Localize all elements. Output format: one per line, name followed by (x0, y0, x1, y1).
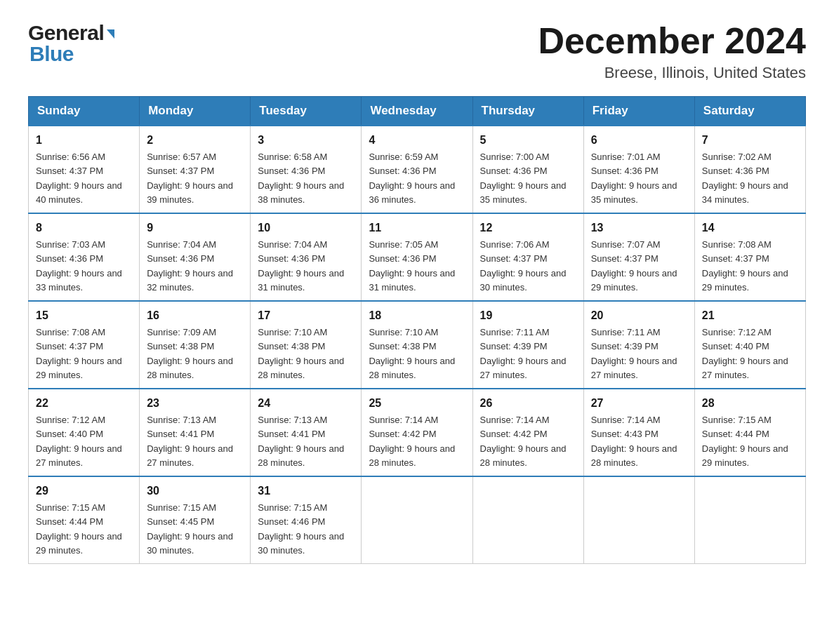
calendar-cell: 31 Sunrise: 7:15 AMSunset: 4:46 PMDaylig… (251, 476, 362, 564)
day-info: Sunrise: 7:14 AMSunset: 4:43 PMDaylight:… (591, 415, 677, 468)
calendar-row-4: 22 Sunrise: 7:12 AMSunset: 4:40 PMDaylig… (29, 389, 806, 476)
day-number: 16 (147, 307, 243, 324)
day-info: Sunrise: 7:11 AMSunset: 4:39 PMDaylight:… (591, 327, 677, 380)
day-number: 9 (147, 220, 243, 236)
day-info: Sunrise: 7:15 AMSunset: 4:45 PMDaylight:… (147, 502, 233, 556)
day-info: Sunrise: 7:10 AMSunset: 4:38 PMDaylight:… (258, 327, 344, 380)
day-info: Sunrise: 7:10 AMSunset: 4:38 PMDaylight:… (369, 327, 455, 380)
day-number: 5 (480, 132, 576, 149)
day-number: 3 (258, 132, 354, 149)
calendar-cell: 26 Sunrise: 7:14 AMSunset: 4:42 PMDaylig… (472, 389, 583, 476)
calendar-cell: 27 Sunrise: 7:14 AMSunset: 4:43 PMDaylig… (583, 389, 694, 476)
day-info: Sunrise: 7:00 AMSunset: 4:36 PMDaylight:… (480, 152, 567, 205)
calendar-cell: 23 Sunrise: 7:13 AMSunset: 4:41 PMDaylig… (140, 389, 251, 476)
day-number: 11 (369, 220, 465, 236)
day-number: 6 (591, 132, 687, 149)
day-number: 27 (591, 395, 687, 412)
calendar-cell: 18 Sunrise: 7:10 AMSunset: 4:38 PMDaylig… (362, 301, 472, 389)
day-number: 19 (480, 307, 576, 324)
calendar-row-5: 29 Sunrise: 7:15 AMSunset: 4:44 PMDaylig… (29, 476, 806, 564)
logo-blue-text: Blue (28, 42, 74, 66)
page-header: General Blue December 2024 Breese, Illin… (28, 21, 806, 82)
calendar-cell: 29 Sunrise: 7:15 AMSunset: 4:44 PMDaylig… (29, 476, 140, 564)
day-info: Sunrise: 7:12 AMSunset: 4:40 PMDaylight:… (36, 415, 122, 468)
weekday-header-wednesday: Wednesday (362, 97, 472, 126)
day-number: 17 (258, 307, 354, 324)
logo-chevron-icon (107, 29, 114, 39)
month-title: December 2024 (538, 21, 806, 61)
day-info: Sunrise: 7:06 AMSunset: 4:37 PMDaylight:… (480, 239, 567, 293)
day-number: 29 (36, 483, 132, 499)
day-number: 21 (702, 307, 798, 324)
calendar-cell: 1 Sunrise: 6:56 AMSunset: 4:37 PMDayligh… (29, 126, 140, 213)
weekday-header-tuesday: Tuesday (251, 97, 362, 126)
day-info: Sunrise: 7:09 AMSunset: 4:38 PMDaylight:… (147, 327, 233, 380)
calendar-cell: 11 Sunrise: 7:05 AMSunset: 4:36 PMDaylig… (362, 213, 472, 301)
calendar-cell: 25 Sunrise: 7:14 AMSunset: 4:42 PMDaylig… (362, 389, 472, 476)
day-info: Sunrise: 7:04 AMSunset: 4:36 PMDaylight:… (147, 239, 233, 293)
day-info: Sunrise: 7:02 AMSunset: 4:36 PMDaylight:… (702, 152, 788, 205)
calendar-cell (472, 476, 583, 564)
title-block: December 2024 Breese, Illinois, United S… (538, 21, 806, 82)
logo: General Blue (28, 21, 114, 66)
day-info: Sunrise: 7:03 AMSunset: 4:36 PMDaylight:… (36, 239, 122, 293)
calendar-cell (362, 476, 472, 564)
calendar-cell: 9 Sunrise: 7:04 AMSunset: 4:36 PMDayligh… (140, 213, 251, 301)
weekday-header-sunday: Sunday (29, 97, 140, 126)
calendar-cell: 8 Sunrise: 7:03 AMSunset: 4:36 PMDayligh… (29, 213, 140, 301)
day-info: Sunrise: 7:08 AMSunset: 4:37 PMDaylight:… (702, 239, 788, 293)
day-info: Sunrise: 6:56 AMSunset: 4:37 PMDaylight:… (36, 152, 122, 205)
day-number: 24 (258, 395, 354, 412)
day-number: 28 (702, 395, 798, 412)
calendar-row-3: 15 Sunrise: 7:08 AMSunset: 4:37 PMDaylig… (29, 301, 806, 389)
calendar-cell: 24 Sunrise: 7:13 AMSunset: 4:41 PMDaylig… (251, 389, 362, 476)
day-number: 20 (591, 307, 687, 324)
calendar-cell: 28 Sunrise: 7:15 AMSunset: 4:44 PMDaylig… (694, 389, 805, 476)
calendar-cell (583, 476, 694, 564)
calendar-cell: 4 Sunrise: 6:59 AMSunset: 4:36 PMDayligh… (362, 126, 472, 213)
day-number: 15 (36, 307, 132, 324)
calendar-cell: 22 Sunrise: 7:12 AMSunset: 4:40 PMDaylig… (29, 389, 140, 476)
weekday-header-row: SundayMondayTuesdayWednesdayThursdayFrid… (29, 97, 806, 126)
day-number: 26 (480, 395, 576, 412)
day-number: 13 (591, 220, 687, 236)
day-number: 1 (36, 132, 132, 149)
day-info: Sunrise: 6:59 AMSunset: 4:36 PMDaylight:… (369, 152, 455, 205)
calendar-cell: 10 Sunrise: 7:04 AMSunset: 4:36 PMDaylig… (251, 213, 362, 301)
day-info: Sunrise: 7:01 AMSunset: 4:36 PMDaylight:… (591, 152, 677, 205)
day-number: 14 (702, 220, 798, 236)
location-text: Breese, Illinois, United States (538, 64, 806, 82)
day-info: Sunrise: 7:07 AMSunset: 4:37 PMDaylight:… (591, 239, 677, 293)
day-info: Sunrise: 7:11 AMSunset: 4:39 PMDaylight:… (480, 327, 567, 380)
calendar-cell: 6 Sunrise: 7:01 AMSunset: 4:36 PMDayligh… (583, 126, 694, 213)
day-number: 12 (480, 220, 576, 236)
calendar-row-2: 8 Sunrise: 7:03 AMSunset: 4:36 PMDayligh… (29, 213, 806, 301)
calendar-cell: 5 Sunrise: 7:00 AMSunset: 4:36 PMDayligh… (472, 126, 583, 213)
weekday-header-friday: Friday (583, 97, 694, 126)
calendar-row-1: 1 Sunrise: 6:56 AMSunset: 4:37 PMDayligh… (29, 126, 806, 213)
day-number: 8 (36, 220, 132, 236)
day-info: Sunrise: 7:08 AMSunset: 4:37 PMDaylight:… (36, 327, 122, 380)
day-info: Sunrise: 7:15 AMSunset: 4:44 PMDaylight:… (36, 502, 122, 556)
calendar-cell: 21 Sunrise: 7:12 AMSunset: 4:40 PMDaylig… (694, 301, 805, 389)
calendar-cell: 12 Sunrise: 7:06 AMSunset: 4:37 PMDaylig… (472, 213, 583, 301)
calendar-cell: 3 Sunrise: 6:58 AMSunset: 4:36 PMDayligh… (251, 126, 362, 213)
day-number: 18 (369, 307, 465, 324)
day-info: Sunrise: 7:15 AMSunset: 4:46 PMDaylight:… (258, 502, 344, 556)
calendar-cell: 13 Sunrise: 7:07 AMSunset: 4:37 PMDaylig… (583, 213, 694, 301)
calendar-table: SundayMondayTuesdayWednesdayThursdayFrid… (28, 96, 806, 564)
day-number: 10 (258, 220, 354, 236)
weekday-header-thursday: Thursday (472, 97, 583, 126)
day-number: 31 (258, 483, 354, 499)
calendar-cell: 20 Sunrise: 7:11 AMSunset: 4:39 PMDaylig… (583, 301, 694, 389)
weekday-header-saturday: Saturday (694, 97, 805, 126)
calendar-cell: 14 Sunrise: 7:08 AMSunset: 4:37 PMDaylig… (694, 213, 805, 301)
day-info: Sunrise: 7:14 AMSunset: 4:42 PMDaylight:… (369, 415, 455, 468)
calendar-cell: 17 Sunrise: 7:10 AMSunset: 4:38 PMDaylig… (251, 301, 362, 389)
calendar-cell: 2 Sunrise: 6:57 AMSunset: 4:37 PMDayligh… (140, 126, 251, 213)
day-number: 30 (147, 483, 243, 499)
calendar-cell: 16 Sunrise: 7:09 AMSunset: 4:38 PMDaylig… (140, 301, 251, 389)
day-info: Sunrise: 7:12 AMSunset: 4:40 PMDaylight:… (702, 327, 788, 380)
day-info: Sunrise: 6:58 AMSunset: 4:36 PMDaylight:… (258, 152, 344, 205)
day-number: 23 (147, 395, 243, 412)
